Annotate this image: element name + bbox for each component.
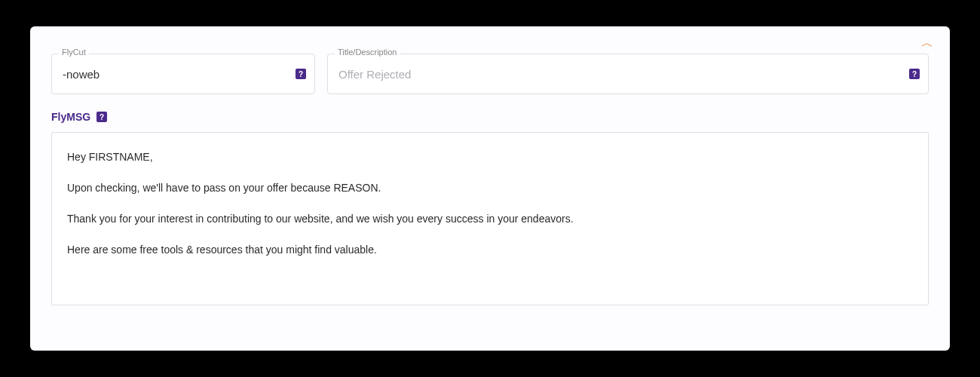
flycut-label: FlyCut (59, 48, 89, 57)
flymsg-paragraph: Upon checking, we'll have to pass on you… (67, 180, 913, 196)
flymsg-label: FlyMSG (51, 111, 90, 123)
flymsg-paragraph: Hey FIRSTNAME, (67, 149, 913, 165)
help-icon[interactable]: ? (909, 69, 920, 79)
title-field: Title/Description ? (327, 54, 929, 94)
title-label: Title/Description (335, 48, 400, 57)
help-icon[interactable]: ? (296, 69, 306, 79)
form-card: ︿ FlyCut ? Title/Description ? FlyMSG ? … (30, 26, 950, 351)
flymsg-paragraph: Here are some free tools & resources tha… (67, 242, 913, 258)
flycut-field: FlyCut ? (51, 54, 315, 94)
input-row: FlyCut ? Title/Description ? (51, 54, 929, 94)
flymsg-paragraph: Thank you for your interest in contribut… (67, 211, 913, 227)
title-input[interactable] (327, 54, 929, 94)
flymsg-editor[interactable]: Hey FIRSTNAME, Upon checking, we'll have… (51, 132, 929, 305)
flymsg-section-title: FlyMSG ? (51, 111, 929, 123)
collapse-icon[interactable]: ︿ (921, 37, 933, 49)
flymsg-content[interactable]: Hey FIRSTNAME, Upon checking, we'll have… (52, 133, 928, 274)
help-icon[interactable]: ? (96, 112, 107, 122)
flycut-input[interactable] (51, 54, 315, 94)
